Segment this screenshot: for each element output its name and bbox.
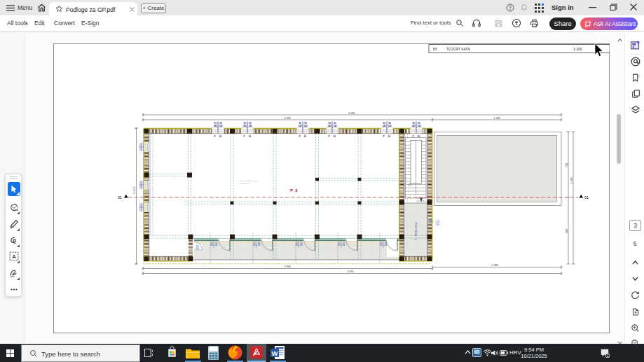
svg-text:1: 1	[607, 354, 609, 358]
svg-text:4.095: 4.095	[348, 112, 355, 115]
svg-text:1.280: 1.280	[570, 177, 573, 184]
svg-text:A: 206,26 m2: A: 206,26 m2	[239, 183, 249, 185]
svg-text:2.930: 2.930	[284, 117, 291, 120]
svg-text:560: 560	[566, 229, 568, 233]
svg-text:730: 730	[566, 163, 568, 167]
svg-text:2.930: 2.930	[284, 265, 291, 268]
svg-text:01: 01	[584, 195, 589, 200]
svg-text:83: 83	[433, 47, 437, 51]
svg-text:P_3: P_3	[290, 188, 298, 193]
svg-text:4.095: 4.095	[347, 270, 354, 273]
svg-text:1.370: 1.370	[132, 186, 136, 194]
svg-text:01: 01	[118, 195, 122, 200]
svg-text:P_1 POSTA 12,00 m2: P_1 POSTA 12,00 m2	[415, 222, 418, 240]
svg-text:TLOCRT KATA: TLOCRT KATA	[446, 47, 470, 51]
svg-text:240: 240	[196, 247, 199, 250]
svg-text:A: A	[12, 253, 16, 260]
svg-text:P_1 28: P_1 28	[430, 218, 432, 225]
svg-text:1.280: 1.280	[491, 264, 498, 267]
svg-text:1:100: 1:100	[573, 47, 582, 51]
svg-text:W: W	[272, 349, 278, 357]
svg-text:1.280: 1.280	[493, 117, 500, 120]
svg-text:110: 110	[196, 245, 199, 248]
svg-text:2.40: 2.40	[436, 223, 440, 226]
